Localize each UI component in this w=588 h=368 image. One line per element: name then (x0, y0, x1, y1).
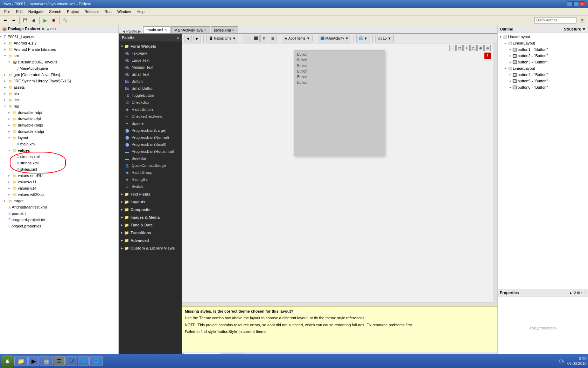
menu-navigate[interactable]: Navigate (26, 9, 46, 14)
tab-main-xml[interactable]: *main.xml ✕ (143, 26, 170, 33)
zoom-out-btn[interactable]: − (449, 45, 456, 51)
tree-item[interactable]: ▸ 📁 libs (0, 97, 118, 103)
palette-item[interactable]: BuSmall Button (119, 85, 182, 92)
palette-item[interactable]: AbMedium Text (119, 64, 182, 71)
config-btn[interactable]: ⚙ (260, 35, 268, 42)
palette-item[interactable]: ◉RadioGroup (119, 169, 182, 176)
tree-item[interactable]: ▸ 📁 values-en-rRU (0, 172, 118, 179)
menu-search[interactable]: Search (46, 9, 64, 14)
quick-access-input[interactable] (534, 17, 576, 23)
tree-item[interactable]: ▾ 📁 res (0, 103, 118, 109)
zoom-in-btn[interactable]: + (463, 45, 470, 51)
outline-item[interactable]: ▸🔲button4 - "Button" (498, 71, 588, 78)
taskbar-files[interactable]: 📁 (14, 356, 28, 366)
minimize-btn[interactable]: ─ (567, 1, 573, 6)
palette-section-header[interactable]: ▾📁Form Widgets (119, 43, 182, 50)
palette-item[interactable]: ⬤ProgressBar (Small) (119, 141, 182, 148)
palette-item[interactable]: ▼Spinner (119, 120, 182, 127)
tree-item[interactable]: X main.xml (0, 141, 118, 147)
tree-item[interactable]: ▸ 📁 drawable-mdpi (0, 122, 118, 128)
palette-item[interactable]: ⬤ProgressBar (Normal) (119, 134, 182, 141)
tree-item[interactable]: ▸ 📁 assets (0, 84, 118, 90)
start-button[interactable]: ⊞ (1, 355, 14, 367)
palette-item[interactable]: AbTextView (119, 50, 182, 57)
taskbar-skype[interactable]: S (78, 356, 89, 366)
window-controls[interactable]: ─ □ ✕ (567, 1, 585, 6)
tree-item[interactable]: ▸ 📁 target (0, 198, 118, 204)
palette-section-header[interactable]: ▸📁Layouts (119, 198, 182, 205)
zoom-minus-btn[interactable]: ⊖ (484, 45, 491, 51)
taskbar-eclipse[interactable]: ☰ (54, 356, 65, 366)
tree-item[interactable]: X styles.xml (0, 166, 118, 172)
grid-btn[interactable]: ⊞ (269, 35, 276, 42)
palette-item[interactable]: ✔CheckedTextView (119, 113, 182, 120)
tree-item[interactable]: ▸ 📁 drawable-hdpi (0, 109, 118, 116)
palette-item[interactable]: ⬤ProgressBar (Large) (119, 127, 182, 134)
tab-styles-close[interactable]: ✕ (232, 28, 235, 32)
locale-btn[interactable]: 🌐 ▼ (356, 35, 370, 42)
tree-item[interactable]: ▸ 📁 drawable-xhdpi (0, 128, 118, 135)
menu-help[interactable]: Help (134, 9, 147, 14)
palette-section-header[interactable]: ▸📁Advanced (119, 237, 182, 244)
menu-project[interactable]: Project (64, 9, 82, 14)
api-selector[interactable]: 🤖 16 ▼ (375, 35, 394, 42)
device-selector[interactable]: 📱 Nexus One ▼ (206, 35, 238, 42)
menu-run[interactable]: Run (102, 9, 114, 14)
outline-item[interactable]: ▸🔲button5 - "Button" (498, 78, 588, 84)
palette-section-header[interactable]: ▸📁Images & Media (119, 214, 182, 221)
taskbar-browser[interactable]: 🌐 (89, 356, 103, 366)
tree-item[interactable]: ▸ 📁 values-v14 (0, 185, 118, 191)
canvas-nav-right[interactable]: ▶ (193, 35, 201, 42)
palette-item[interactable]: BuButton (119, 78, 182, 85)
tree-item[interactable]: ▾ 📁 src (0, 53, 118, 59)
activity-selector[interactable]: 🔵 MainActivity ▼ (318, 35, 351, 42)
tree-item[interactable]: ▸ 📁 Android Private Libraries (0, 46, 118, 53)
toolbar-save[interactable]: 💾 (21, 16, 29, 24)
palette-item[interactable]: 👤QuickContactBadge (119, 162, 182, 169)
zoom-1to1-btn[interactable]: 1:1 (470, 45, 477, 51)
tree-item[interactable]: ▾ 📦 c.ruslan.p0061_layouts (0, 59, 118, 65)
outline-item[interactable]: ▸⬜LinearLayout (498, 40, 588, 46)
tree-item[interactable]: ▾ 📁 layout (0, 135, 118, 141)
tree-item[interactable]: J MainActivity.java (0, 65, 118, 71)
menu-window[interactable]: Window (114, 9, 134, 14)
tree-item[interactable]: ▸ 📁 bin (0, 90, 118, 97)
outline-item[interactable]: ▾⬜LinearLayout (498, 34, 588, 40)
outline-item[interactable]: ▸⬜LinearLayout (498, 65, 588, 71)
tree-item[interactable]: X strings.xml (0, 160, 118, 166)
tree-item[interactable]: F proguard-project.txt (0, 217, 118, 223)
portrait-btn[interactable]: ⬜ (244, 35, 251, 42)
zoom-plus-btn[interactable]: ⊕ (477, 45, 484, 51)
tab-mainactivity[interactable]: MainActivity.java ✕ (171, 26, 210, 33)
palette-item[interactable]: ▬SeekBar (119, 155, 182, 162)
palette-section-header[interactable]: ▸📁Transitions (119, 229, 182, 236)
tree-item[interactable]: ▾ 📁 values (0, 147, 118, 154)
landscape-btn[interactable]: ⬛ (252, 35, 260, 42)
outline-item[interactable]: ▸🔲button2 - "Button" (498, 53, 588, 59)
outline-item[interactable]: ▸🔲button1 - "Button" (498, 46, 588, 53)
tab-mainactivity-close[interactable]: ✕ (204, 28, 207, 32)
toolbar-print[interactable]: 🖨 (30, 16, 37, 24)
menu-edit[interactable]: Edit (13, 9, 26, 14)
tree-item[interactable]: ▸ 📁 gen [Generated Java Files] (0, 71, 118, 78)
toolbar-back[interactable]: ⬅ (1, 16, 9, 24)
tree-item[interactable]: ▸ 📁 Android 4.1.2 (0, 40, 118, 46)
palette-section-header[interactable]: ▸📁Composite (119, 206, 182, 213)
tree-item[interactable]: F project.properties (0, 223, 118, 229)
palette-item[interactable]: ⊙Switch (119, 183, 182, 190)
palette-item[interactable]: ★RatingBar (119, 176, 182, 183)
menu-refactor[interactable]: Refactor (82, 9, 102, 14)
zoom-fit-btn[interactable]: □ (456, 45, 463, 51)
canvas-scrollbar-bottom[interactable] (182, 302, 493, 306)
toolbar-forward[interactable]: ➡ (10, 16, 18, 24)
pe-toolbar[interactable]: ▽ □ □ (47, 27, 56, 31)
palette-item[interactable]: ▬ProgressBar (Horizontal) (119, 148, 182, 155)
tab-main-xml-close[interactable]: ✕ (164, 28, 167, 32)
tree-item[interactable]: ▸ 📁 values-w820dp (0, 191, 118, 198)
toolbar-search[interactable]: 🔍 (61, 16, 69, 24)
tree-item[interactable]: X pom.xml (0, 210, 118, 217)
menu-file[interactable]: File (1, 9, 13, 14)
palette-item[interactable]: AbSmall Text (119, 71, 182, 78)
palette-item[interactable]: ☑CheckBox (119, 99, 182, 106)
theme-selector[interactable]: ★ AppTheme ▼ (282, 35, 313, 42)
